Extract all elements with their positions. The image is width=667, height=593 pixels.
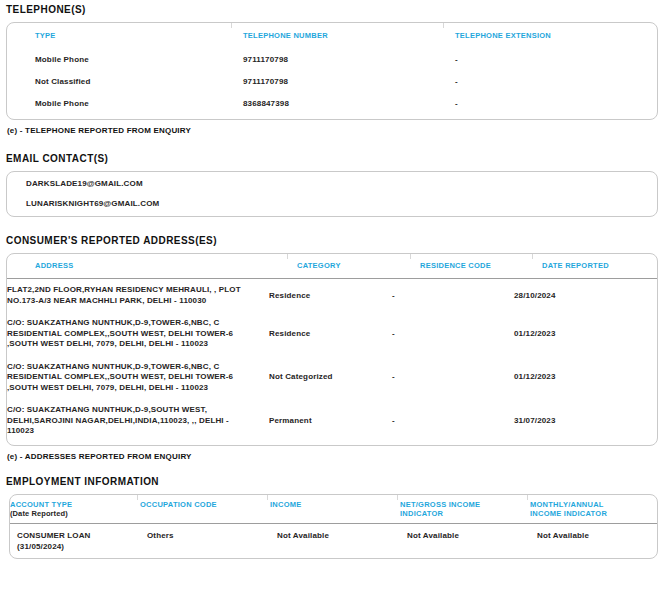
telephones-header-row: TYPE TELEPHONE NUMBER TELEPHONE EXTENSIO… (35, 23, 657, 49)
date-reported: 01/12/2023 (514, 372, 657, 382)
table-row: FLAT2,2ND FLOOR,RYHAN RESIDENCY MEHRAULI… (7, 279, 657, 312)
date-reported: 01/12/2023 (514, 329, 657, 339)
phone-type: Not Classified (35, 77, 243, 87)
column-divider-tick (397, 495, 398, 500)
date-reported: 31/07/2023 (514, 416, 657, 426)
date-reported: 28/10/2024 (514, 291, 657, 301)
column-divider-tick (527, 495, 528, 500)
employment-net-gross: Not Available (407, 531, 537, 541)
address-value: C/O: SUAKZATHANG NUNTHUK,D-9,SOUTH WEST,… (7, 405, 269, 437)
address-category: Permanent (269, 416, 392, 426)
address-category: Not Categorized (269, 372, 392, 382)
table-row: CONSUMER LOAN (31/05/2024) Others Not Av… (10, 524, 657, 552)
column-header-residence-code: RESIDENCE CODE (420, 261, 542, 271)
email-address: LUNARISKNIGHT69@GMAIL.COM (26, 199, 159, 209)
table-row: Mobile Phone 9711170798 - (35, 49, 657, 71)
phone-extension: - (455, 55, 657, 65)
phone-number: 8368847398 (243, 99, 455, 109)
table-row: C/O: SUAKZATHANG NUNTHUK,D-9,TOWER-6,NBC… (7, 356, 657, 400)
employment-account-type: CONSUMER LOAN (31/05/2024) (17, 531, 147, 552)
column-divider-tick (532, 254, 533, 259)
column-header-monthly-annual-income-indicator: MONTHLY/ANNUAL INCOME INDICATOR (530, 500, 657, 519)
column-header-address: ADDRESS (35, 261, 297, 271)
residence-code: - (392, 372, 514, 382)
employment-date-reported: (31/05/2024) (17, 542, 147, 553)
column-divider-tick (267, 495, 268, 500)
list-item: LUNARISKNIGHT69@GMAIL.COM (26, 194, 657, 214)
column-header-occupation-code: OCCUPATION CODE (140, 500, 270, 510)
employment-income: Not Available (277, 531, 407, 541)
credit-report-page: TELEPHONE(S) TYPE TELEPHONE NUMBER TELEP… (0, 0, 667, 559)
employment-monthly-annual: Not Available (537, 531, 657, 541)
column-header-income: INCOME (270, 500, 400, 510)
addresses-footnote: (e) - ADDRESSES REPORTED FROM ENQUIRY (7, 452, 658, 461)
table-row: C/O: SUAKZATHANG NUNTHUK,D-9,SOUTH WEST,… (7, 399, 657, 443)
table-row: Not Classified 9711170798 - (35, 71, 657, 93)
employment-occupation-code: Others (147, 531, 277, 541)
table-row: Mobile Phone 8368847398 - (35, 93, 657, 115)
phone-type: Mobile Phone (35, 99, 243, 109)
phone-extension: - (455, 77, 657, 87)
telephones-footnote: (e) - TELEPHONE REPORTED FROM ENQUIRY (7, 126, 658, 135)
emails-box: DARKSLADE19@GMAIL.COM LUNARISKNIGHT69@GM… (6, 171, 658, 217)
column-divider-tick (410, 254, 411, 259)
address-value: FLAT2,2ND FLOOR,RYHAN RESIDENCY MEHRAULI… (7, 285, 269, 306)
emails-section-title: EMAIL CONTACT(S) (6, 153, 658, 165)
employment-header-row: ACCOUNT TYPE (Date Reported) OCCUPATION … (10, 495, 657, 525)
address-value: C/O: SUAKZATHANG NUNTHUK,D-9,TOWER-6,NBC… (7, 362, 269, 394)
column-divider-tick (231, 23, 232, 28)
residence-code: - (392, 291, 514, 301)
telephones-table: TYPE TELEPHONE NUMBER TELEPHONE EXTENSIO… (6, 22, 658, 120)
phone-extension: - (455, 99, 657, 109)
residence-code: - (392, 416, 514, 426)
list-item: DARKSLADE19@GMAIL.COM (26, 174, 657, 194)
column-header-telephone-number: TELEPHONE NUMBER (243, 31, 455, 41)
address-value: C/O: SUAKZATHANG NUNTHUK,D-9,TOWER-6,NBC… (7, 318, 269, 350)
employment-table: ACCOUNT TYPE (Date Reported) OCCUPATION … (9, 494, 658, 560)
email-address: DARKSLADE19@GMAIL.COM (26, 179, 143, 189)
addresses-header-row: ADDRESS CATEGORY RESIDENCE CODE DATE REP… (7, 254, 657, 279)
column-header-category: CATEGORY (297, 261, 420, 271)
column-subheader-date-reported: (Date Reported) (10, 509, 140, 519)
column-header-account-type: ACCOUNT TYPE (Date Reported) (10, 500, 140, 520)
addresses-section-title: CONSUMER'S REPORTED ADDRESS(ES) (6, 235, 658, 247)
column-header-date-reported: DATE REPORTED (542, 261, 657, 271)
column-divider-tick (443, 23, 444, 28)
address-category: Residence (269, 291, 392, 301)
table-row: C/O: SUAKZATHANG NUNTHUK,D-9,TOWER-6,NBC… (7, 312, 657, 356)
employment-section-title: EMPLOYMENT INFORMATION (6, 476, 658, 488)
addresses-table: ADDRESS CATEGORY RESIDENCE CODE DATE REP… (6, 253, 658, 446)
column-header-net-gross-income-indicator: NET/GROSS INCOME INDICATOR (400, 500, 530, 519)
column-header-telephone-extension: TELEPHONE EXTENSION (455, 31, 657, 41)
column-header-type: TYPE (35, 31, 243, 41)
residence-code: - (392, 329, 514, 339)
telephones-section-title: TELEPHONE(S) (6, 4, 658, 16)
column-divider-tick (137, 495, 138, 500)
phone-number: 9711170798 (243, 77, 455, 87)
column-divider-tick (287, 254, 288, 259)
phone-type: Mobile Phone (35, 55, 243, 65)
address-category: Residence (269, 329, 392, 339)
phone-number: 9711170798 (243, 55, 455, 65)
